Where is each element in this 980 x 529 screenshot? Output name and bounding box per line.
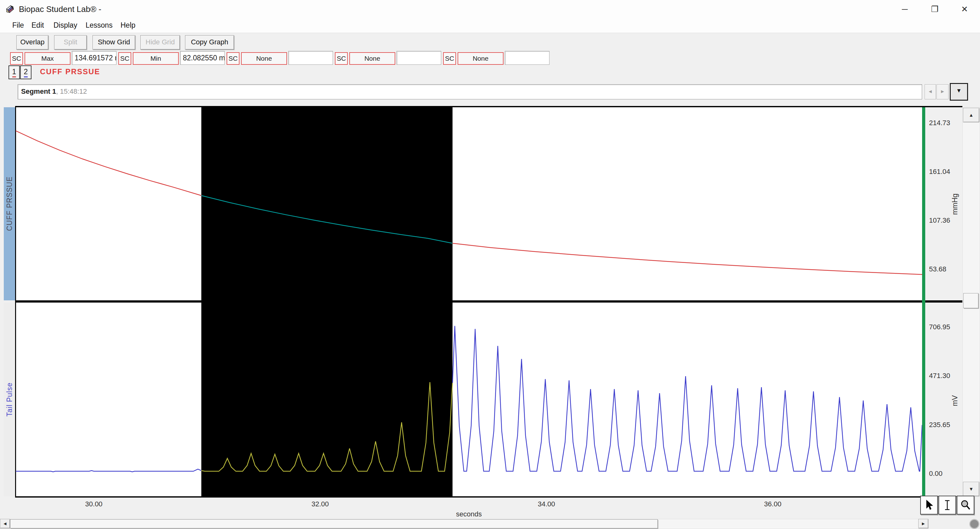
scroll-right-button[interactable]: ►: [918, 519, 928, 528]
x-tick-label: 30.00: [75, 500, 113, 508]
x-axis-unit: seconds: [16, 510, 922, 518]
y-tick-label: 706.95: [929, 323, 950, 331]
x-tick-label: 36.00: [754, 500, 791, 508]
zoom-tool-button[interactable]: [957, 496, 974, 515]
app-window: Biopac Student Lab® - ─ ❐ ✕ File Edit Di…: [0, 0, 980, 529]
selection-region[interactable]: [201, 107, 453, 300]
resize-grip[interactable]: [969, 519, 979, 529]
y-tick-label: 471.30: [929, 372, 950, 380]
horizontal-scrollbar-thumb[interactable]: [10, 519, 658, 528]
scroll-up-button[interactable]: ▲: [963, 108, 979, 122]
y-tick-label: 0.00: [929, 470, 943, 478]
y-axis-unit-ch1: mmHg: [951, 179, 959, 229]
magnifier-icon: [960, 499, 971, 511]
scroll-down-button[interactable]: ▼: [963, 482, 979, 496]
y-tick-label: 214.73: [929, 119, 950, 127]
scroll-left-button[interactable]: ◄: [0, 519, 10, 528]
y-tick-label: 235.65: [929, 421, 950, 429]
x-tick-label: 34.00: [527, 500, 565, 508]
y-tick-label: 161.04: [929, 168, 950, 176]
trace-cuff-prssue: [453, 243, 922, 275]
pointer-icon: [924, 499, 934, 511]
trace-tail-pulse: [453, 326, 922, 471]
trace-tail-pulse: [16, 469, 201, 472]
y-tick-label: 107.36: [929, 216, 950, 224]
x-tick-label: 32.00: [301, 500, 339, 508]
ibeam-icon: [942, 499, 953, 511]
y-tick-label: 53.68: [929, 265, 946, 273]
ibeam-tool-button[interactable]: [939, 496, 956, 515]
y-axis-unit-ch2: mV: [951, 375, 959, 426]
selection-region[interactable]: [201, 303, 453, 496]
waveform-canvas[interactable]: [0, 0, 980, 529]
pointer-tool-button[interactable]: [920, 496, 938, 515]
trace-cuff-prssue: [16, 131, 201, 195]
vertical-scrollbar-thumb[interactable]: [963, 293, 978, 308]
marker-line-green[interactable]: [922, 107, 925, 496]
